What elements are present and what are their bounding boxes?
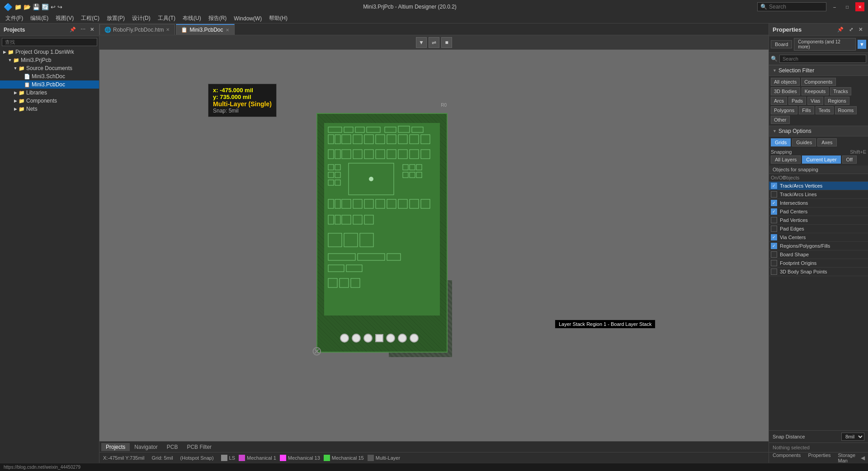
snap-item-viacenters[interactable]: ✓ Via Centers [769,233,868,242]
snap-current-layer-button[interactable]: Current Layer [802,155,840,164]
snap-item-trackarcslines[interactable]: Track/Arcs Lines [769,190,868,199]
sidebar-menu-icon[interactable]: ⋯ [79,26,87,33]
filter-btn-tracks[interactable]: Tracks [830,87,851,95]
tree-item-projectgroup1dsnwrk[interactable]: ▶📁Project Group 1.DsnWrk [0,48,99,56]
titlebar-search[interactable]: 🔍 [757,2,826,11]
snap-options-header[interactable]: ▼ Snap Options [769,126,868,137]
snap-checkbox[interactable]: ✓ [771,243,777,249]
filter-btn-all-objects[interactable]: All objects [771,78,800,86]
filter-button[interactable]: ▼ [416,37,427,48]
menu-item-d[interactable]: 设计(D) [128,14,154,23]
prop-close-icon[interactable]: ✕ [857,26,864,33]
filter-btn-polygons[interactable]: Polygons [771,106,797,114]
filter-btn-regions[interactable]: Regions [825,97,849,105]
snap-checkbox[interactable] [771,268,777,275]
selection-filter-header[interactable]: ▼ Selection Filter [769,65,868,76]
menu-item-p[interactable]: 放置(P) [103,14,128,23]
prop-search-input[interactable] [779,55,866,63]
snap-checkbox[interactable]: ✓ [771,208,777,215]
filter-btn-keepouts[interactable]: Keepouts [802,87,829,95]
layer-indicator-mechanical-15[interactable]: Mechanical 15 [324,455,364,461]
snap-item-padcenters[interactable]: ✓ Pad Centers [769,207,868,216]
filter-btn-components[interactable]: Components [801,78,835,86]
menu-item-windoww[interactable]: Window(W) [230,14,265,23]
sidebar-close-icon[interactable]: ✕ [89,26,95,33]
snap-distance-select[interactable]: 8mil [841,433,864,441]
snap-guides-button[interactable]: Guides [792,138,816,146]
bottom-tab-projects[interactable]: Projects [101,443,130,451]
filter-btn-fills[interactable]: Fills [799,106,814,114]
snap-item-trackarcsvertices[interactable]: ✓ Track/Arcs Vertices [769,182,868,190]
tree-item-nets[interactable]: ▶📁Nets [0,105,99,113]
snap-item-boardshape[interactable]: Board Shape [769,250,868,259]
snap-checkbox[interactable] [771,251,777,258]
tab-close-icon[interactable]: ✕ [225,27,230,33]
menu-item-v[interactable]: 视图(V) [52,14,77,23]
sidebar-pin-icon[interactable]: 📌 [68,26,77,33]
right-tab-properties[interactable]: Properties [804,452,834,459]
minimize-button[interactable]: – [830,2,839,11]
snap-item-padvertices[interactable]: Pad Vertices [769,216,868,225]
filter-btn-arcs[interactable]: Arcs [771,97,787,105]
layer-indicator-mechanical-13[interactable]: Mechanical 13 [280,455,320,461]
stop-button[interactable]: ■ [441,37,452,48]
route-button[interactable]: ⇌ [429,37,439,48]
filter-btn-rooms[interactable]: Rooms [835,106,857,114]
search-input[interactable] [769,4,823,10]
right-tab-components[interactable]: Components [769,452,804,459]
tab-close-icon[interactable]: ✕ [165,27,170,33]
prop-tab-components[interactable]: Components (and 12 more) [794,38,855,51]
filter-btn-other[interactable]: Other [771,116,790,124]
snap-grids-button[interactable]: Grids [771,138,791,146]
prop-expand-icon[interactable]: ⤢ [847,26,855,33]
tree-item-libraries[interactable]: ▶📁Libraries [0,89,99,97]
filter-btn-pads[interactable]: Pads [788,97,806,105]
layer-indicator-ls[interactable]: LS [221,455,235,461]
bottom-tab-navigator[interactable]: Navigator [130,443,162,451]
snap-off-button[interactable]: Off [842,155,857,164]
sidebar-search-input[interactable] [2,38,97,46]
tree-item-sourcedocuments[interactable]: ▼📁Source Documents [0,64,99,72]
bottom-tab-pcb-filter[interactable]: PCB Filter [182,443,216,451]
snap-checkbox[interactable] [771,191,777,198]
snap-all-layers-button[interactable]: All Layers [771,155,801,164]
canvas-area[interactable]: x: -475.000 mil y: 735.000 mil Multi-Lay… [99,50,769,441]
snap-checkbox[interactable] [771,226,777,232]
tab-mini3pcbdoc[interactable]: 📋Mini3.PcbDoc✕ [176,24,234,35]
tree-item-components[interactable]: ▶📁Components [0,97,99,105]
prop-pin-icon[interactable]: 📌 [835,26,845,33]
menu-item-r[interactable]: 报告(R) [205,14,231,23]
menu-item-t[interactable]: 工具(T) [154,14,179,23]
layer-indicator-multi-layer[interactable]: Multi-Layer [368,455,400,461]
tree-item-mini3prjpcb[interactable]: ▼📁Mini3.PrjPcb [0,56,99,64]
snap-item-3dbodysnappoints[interactable]: 3D Body Snap Points [769,268,868,276]
menu-item-f[interactable]: 文件(F) [2,14,27,23]
tree-item-mini3pcbdoc[interactable]: 📋Mini3.PcbDoc [0,80,99,89]
snap-checkbox[interactable]: ✓ [771,183,777,189]
snap-checkbox[interactable]: ✓ [771,200,777,206]
snap-item-padedges[interactable]: Pad Edges [769,225,868,233]
snap-checkbox[interactable] [771,217,777,223]
menu-item-e[interactable]: 编辑(E) [27,14,52,23]
menu-item-c[interactable]: 工程(C) [77,14,103,23]
menu-item-u[interactable]: 布线(U) [179,14,205,23]
restore-button[interactable]: □ [843,2,852,11]
right-nav-prev[interactable]: ◀ [859,454,867,462]
snap-item-footprintorigins[interactable]: Footprint Origins [769,259,868,268]
menu-item-h[interactable]: 帮助(H) [265,14,291,23]
snap-axes-button[interactable]: Axes [817,138,836,146]
snap-item-intersections[interactable]: ✓ Intersections [769,199,868,207]
tab-roboflypcbdochtm[interactable]: 🌐RoboFly.PcbDoc.htm✕ [99,24,175,35]
filter-btn-vias[interactable]: Vias [807,97,823,105]
close-button[interactable]: ✕ [855,2,864,11]
snap-item-regionspolygonsfills[interactable]: ✓ Regions/Polygons/Fills [769,242,868,250]
filter-btn-texts[interactable]: Texts [816,106,834,114]
prop-tab-board[interactable]: Board [771,40,792,48]
snap-checkbox[interactable]: ✓ [771,234,777,240]
prop-filter-button[interactable]: ▼ [858,40,866,49]
right-tab-storage-man[interactable]: Storage Man [835,452,859,463]
tree-item-mini3schdoc[interactable]: 📄Mini3.SchDoc [0,72,99,80]
snap-checkbox[interactable] [771,260,777,266]
filter-btn-3d-bodies[interactable]: 3D Bodies [771,87,800,95]
layer-indicator-mechanical-1[interactable]: Mechanical 1 [239,455,276,461]
